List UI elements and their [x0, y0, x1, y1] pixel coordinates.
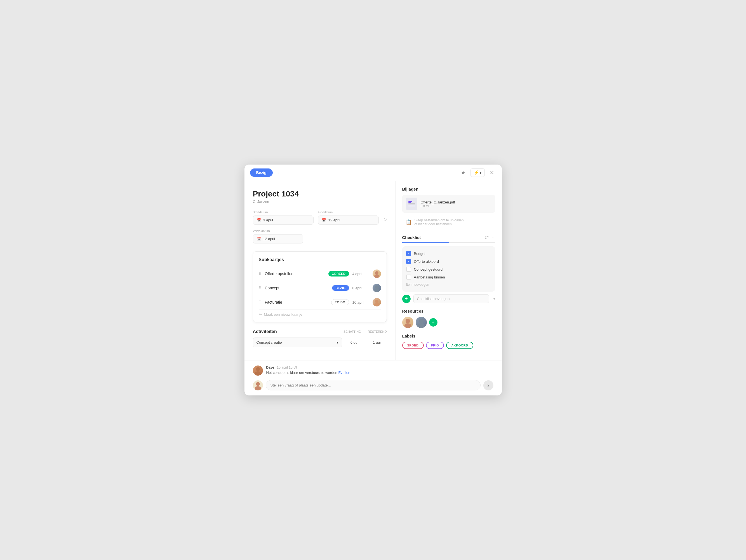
check-item-concept: Concept gestuurd	[406, 265, 491, 273]
checklist-bar-fill	[402, 242, 449, 243]
add-resource-button[interactable]: +	[429, 318, 437, 327]
left-panel: Project 1034 C. Janzen Startdatum 📅 3 ap…	[245, 181, 396, 360]
label-prio[interactable]: PRIO	[426, 342, 444, 349]
check-label-concept: Concept gestuurd	[414, 267, 443, 272]
startdatum-label: Startdatum	[253, 211, 314, 214]
vervaldatum-input[interactable]: 📅 12 april	[253, 234, 303, 244]
topbar: Bezig → ★ ⚡ ▾ ✕	[245, 165, 502, 181]
label-akkoord[interactable]: AKKOORD	[446, 342, 473, 349]
resterend-value: 1 uur	[367, 340, 387, 344]
labels-row: SPOED PRIO AKKOORD	[402, 342, 495, 349]
checkbox-budget[interactable]: ✓	[406, 251, 411, 256]
status-badge-todo[interactable]: TO DO	[331, 299, 349, 305]
new-card-label: Maak een nieuw kaartje	[264, 312, 303, 316]
comment-meta: Dave 10 april 10:59	[266, 365, 350, 369]
status-badge-bezig[interactable]: BEZIG	[332, 285, 349, 291]
checklist-box: ✓ Budget ✓ Offerte akkoord Concept gestu…	[402, 246, 495, 291]
avatars-row: +	[402, 317, 495, 328]
act-dropdown[interactable]: Concept creatie ▾	[253, 337, 342, 347]
vervaldatum-label: Vervaldatum	[253, 229, 387, 232]
bolt-button[interactable]: ⚡ ▾	[470, 168, 485, 177]
checklist-input-field[interactable]: Checklist toevoegen	[413, 295, 489, 303]
file-size: 8.8 MB	[421, 204, 455, 208]
chevron-icon: ▾	[337, 340, 339, 344]
checklist-arrow: →	[491, 235, 495, 240]
send-button[interactable]: ›	[483, 380, 493, 390]
new-card-row[interactable]: ↪ Maak een nieuw kaartje	[259, 310, 381, 316]
comment-input-row: ›	[253, 380, 493, 390]
checkbox-aanbetaling[interactable]	[406, 275, 411, 280]
send-icon: ›	[487, 382, 489, 388]
add-checklist-button[interactable]: +	[402, 295, 411, 303]
checklist-count: 2/4	[485, 235, 489, 240]
comment-text-before: Het concept is klaar om verstuurd te wor…	[266, 370, 339, 375]
svg-point-2	[375, 285, 378, 289]
comment-link-evelien[interactable]: Evelien	[338, 370, 350, 375]
einddatum-label: Einddatum	[318, 211, 379, 214]
sub-name-3: Facturatie	[265, 300, 328, 305]
svg-point-4	[375, 300, 378, 303]
startdatum-input[interactable]: 📅 3 april	[253, 216, 314, 225]
check-item-budget: ✓ Budget	[406, 250, 491, 257]
act-cols: SCHATTING RESTEREND	[343, 330, 387, 333]
topbar-left: Bezig →	[250, 168, 281, 177]
file-item[interactable]: Offerte_C.Janzen.pdf 8.8 MB	[402, 195, 495, 213]
upload-text: Sleep bestanden om te uploaden of blader…	[414, 218, 464, 226]
date-sync: ↻	[383, 211, 387, 225]
file-icon	[406, 198, 417, 210]
upload-icon: 📋	[406, 219, 412, 225]
check-label-aanbetaling: Aanbetaling binnen	[414, 275, 445, 279]
add-item-row[interactable]: Item toevoegen	[406, 281, 491, 288]
svg-point-13	[255, 386, 261, 390]
status-button[interactable]: Bezig	[250, 168, 273, 177]
status-badge-gereed[interactable]: GEREED	[328, 271, 349, 277]
drag-handle[interactable]: ⠿	[259, 272, 261, 276]
bijlagen-section: Bijlagen Offerte_C.Janzen.pdf 8.8	[402, 187, 495, 229]
avatar-man1	[373, 284, 381, 292]
drag-handle-2[interactable]: ⠿	[259, 286, 261, 290]
checkbox-concept[interactable]	[406, 267, 411, 272]
star-button[interactable]: ★	[459, 168, 468, 177]
right-panel: Bijlagen Offerte_C.Janzen.pdf 8.8	[396, 181, 502, 360]
col-schatting: SCHATTING	[343, 330, 361, 333]
project-author: C. Janzen	[253, 199, 387, 204]
check-item-offerte: ✓ Offerte akkoord	[406, 257, 491, 265]
act-title: Activiteiten	[253, 329, 277, 334]
checklist-header: Checklist 2/4 →	[402, 235, 495, 240]
calendar-icon-2: 📅	[322, 218, 326, 222]
sync-icon[interactable]: ↻	[383, 217, 387, 222]
upload-area[interactable]: 📋 Sleep bestanden om te uploaden of blad…	[402, 215, 495, 229]
file-name: Offerte_C.Janzen.pdf	[421, 200, 455, 204]
labels-title: Labels	[402, 334, 495, 338]
checkbox-offerte[interactable]: ✓	[406, 259, 411, 264]
topbar-right: ★ ⚡ ▾ ✕	[459, 168, 496, 177]
checklist-placeholder: Checklist toevoegen	[417, 297, 450, 301]
einddatum-input[interactable]: 📅 12 april	[318, 216, 379, 225]
comment-item-dave: Dave 10 april 10:59 Het concept is klaar…	[253, 365, 493, 375]
upload-text-2: of blader door bestanden	[414, 222, 464, 226]
checkmark: ✓	[407, 252, 410, 255]
label-spoed[interactable]: SPOED	[402, 342, 424, 349]
comment-author: Dave	[266, 365, 275, 369]
resources-section: Resources +	[402, 309, 495, 328]
checklist-dropdown-icon: ▾	[493, 297, 495, 301]
svg-point-9	[418, 323, 425, 328]
subkaartjes-title: Subkaartjes	[259, 257, 381, 262]
resource-avatar-1	[402, 317, 413, 328]
comment-input-field[interactable]	[266, 380, 481, 390]
svg-point-0	[375, 271, 378, 275]
check-label-budget: Budget	[414, 252, 426, 256]
schatting-value: 6 uur	[345, 340, 365, 344]
close-button[interactable]: ✕	[488, 168, 496, 177]
act-header: Activiteiten SCHATTING RESTEREND	[253, 329, 387, 334]
svg-point-3	[374, 288, 379, 292]
sub-name-2: Concept	[265, 286, 329, 290]
vervaldatum-value: 12 april	[263, 237, 275, 241]
checklist-section: Checklist 2/4 → ✓ Budget	[402, 235, 495, 303]
sub-date-3: 10 april	[352, 300, 369, 305]
modal: Bezig → ★ ⚡ ▾ ✕ Project 1034 C. Janzen S…	[245, 165, 502, 395]
bolt-icon: ⚡	[474, 170, 479, 175]
act-dropdown-value: Concept creatie	[257, 340, 282, 344]
drag-handle-3[interactable]: ⠿	[259, 300, 261, 305]
arrow-right-icon[interactable]: →	[276, 170, 281, 176]
